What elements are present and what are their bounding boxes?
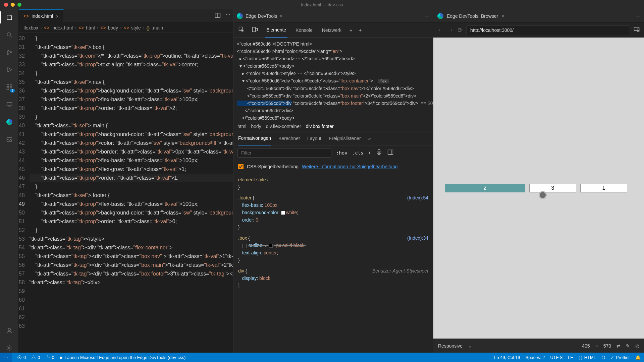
more-icon[interactable]: ⋯ (425, 13, 430, 19)
cursor-position[interactable]: Ln 49, Col 19 (494, 355, 520, 360)
breadcrumbs[interactable]: flexbox› <>index.html› <>html› <>body› <… (19, 23, 233, 33)
mirror-link[interactable]: Weitere Informationen zur Spiegelbearbei… (302, 164, 397, 170)
split-editor-icon[interactable] (214, 12, 221, 20)
emulation-cursor-icon (539, 191, 547, 199)
launch-task[interactable]: ▶ Launch Microsoft Edge and open the Edg… (60, 355, 186, 360)
tab-elements[interactable]: Elemente (265, 23, 287, 38)
svg-rect-17 (378, 150, 380, 151)
subtab-styles[interactable]: Formatvorlagen (238, 131, 271, 145)
crumb[interactable]: body (108, 25, 118, 31)
viewport-height[interactable]: 570 (603, 343, 611, 349)
screenshot-icon[interactable]: ◎ (635, 343, 639, 349)
traffic-lights[interactable] (4, 3, 21, 7)
viewport-width[interactable]: 405 (582, 343, 590, 349)
minimize-window-icon[interactable] (11, 3, 15, 7)
print-icon[interactable] (376, 149, 382, 157)
crumb[interactable]: index.html (51, 25, 73, 31)
close-icon[interactable]: × (56, 13, 59, 19)
search-icon[interactable] (5, 30, 14, 40)
inspect-icon[interactable] (238, 26, 245, 34)
more-icon[interactable]: ⋯ (635, 13, 640, 19)
code-editor[interactable]: 3031323334353637383940414243444546474849… (19, 33, 233, 353)
source-control-icon[interactable] (5, 48, 14, 57)
editor-tab-index-html[interactable]: <> index.html × (19, 9, 64, 23)
tab-console[interactable]: Konsole (294, 23, 314, 38)
language-mode[interactable]: { } HTML (578, 355, 596, 360)
svg-point-23 (47, 357, 49, 358)
line-gutter: 3031323334353637383940414243444546474849… (19, 33, 30, 353)
tab-network[interactable]: Netzwerk (321, 23, 343, 38)
remote-explorer-icon[interactable] (5, 100, 14, 109)
ports-count[interactable]: 0 (45, 355, 54, 360)
extensions-icon[interactable]: 1 (5, 82, 14, 92)
subtab-listeners[interactable]: Ereignislistener (329, 136, 361, 141)
chevron-right-icon[interactable]: » (368, 136, 371, 141)
svg-point-11 (8, 347, 10, 349)
bp-item[interactable]: div.box.footer (306, 124, 334, 129)
svg-point-0 (7, 33, 10, 36)
indent-setting[interactable]: Spaces: 2 (526, 355, 545, 360)
devtools-tab[interactable]: Edge DevTools × (237, 13, 282, 19)
open-devtools-icon[interactable] (633, 26, 640, 34)
code-content[interactable]: } "tk-attr">class="tk-sel">.box { "tk-at… (30, 33, 233, 353)
crumb[interactable]: html (86, 25, 95, 31)
html-file-icon: <> (23, 13, 29, 19)
flex-box-footer: 3 (529, 184, 576, 192)
warnings-count[interactable]: 0 (31, 355, 40, 360)
element-icon: <> (124, 25, 129, 31)
close-window-icon[interactable] (4, 3, 8, 7)
editor-group: <> index.html × ⋯ flexbox› <>index.html›… (19, 9, 233, 353)
bp-item[interactable]: div.flex-container (266, 124, 301, 129)
browser-viewport[interactable]: 2 3 1 (433, 38, 644, 339)
device-toggle-icon[interactable] (252, 26, 258, 34)
add-tab-icon[interactable]: + (359, 27, 362, 33)
close-icon[interactable]: × (280, 13, 282, 19)
bp-item[interactable]: body (251, 124, 261, 129)
zoom-window-icon[interactable] (17, 3, 21, 7)
mirror-checkbox[interactable] (238, 164, 244, 169)
explorer-icon[interactable] (5, 13, 14, 22)
encoding[interactable]: UTF-8 (550, 355, 562, 360)
cls-toggle[interactable]: .cls (352, 150, 364, 156)
more-icon[interactable]: ⋯ (226, 12, 230, 20)
forward-icon[interactable]: → (447, 26, 453, 34)
dom-breadcrumb[interactable]: html body div.flex-container div.box.foo… (233, 121, 433, 131)
prettier-status[interactable]: ✓ Prettier (610, 355, 630, 360)
eol[interactable]: LF (568, 355, 573, 360)
reload-icon[interactable]: ⟳ (458, 26, 463, 34)
dom-tree[interactable]: <"color:#569cd6">!DOCTYPE html><"color:#… (233, 38, 433, 121)
dimension-x: × (595, 343, 598, 349)
bp-item[interactable]: html (237, 124, 246, 129)
toggle-sidebar-icon[interactable] (387, 149, 394, 157)
crumb-selector-icon: {} (147, 25, 150, 31)
responsive-dropdown[interactable]: Responsive (438, 343, 463, 349)
new-style-icon[interactable]: + (368, 150, 371, 156)
styles-pane[interactable]: element.style {}(Index):54.footer { flex… (233, 173, 433, 353)
rotate-icon[interactable]: ⇄ (616, 343, 621, 349)
gallery-icon[interactable] (5, 135, 14, 144)
edge-tools-icon[interactable] (5, 117, 14, 127)
notifications-icon[interactable]: 🔔 (635, 355, 641, 360)
crumb[interactable]: .main (152, 25, 163, 31)
subtab-computed[interactable]: Berechnet (278, 136, 300, 141)
crumb[interactable]: flexbox (23, 25, 38, 31)
hov-toggle[interactable]: :hov (336, 150, 347, 156)
chevron-down-icon[interactable]: ⌄ (468, 343, 472, 349)
back-icon[interactable]: ← (437, 26, 443, 34)
remote-indicator[interactable] (0, 353, 12, 362)
close-icon[interactable]: × (501, 13, 504, 19)
settings-gear-icon[interactable] (5, 343, 14, 353)
crumb[interactable]: style (131, 25, 141, 31)
extensions-badge: 1 (10, 89, 15, 93)
eslint-icon[interactable]: ⬡ (601, 355, 605, 360)
emulate-touch-icon[interactable]: ✎ (626, 343, 630, 349)
status-bar: 0 0 0 ▶ Launch Microsoft Edge and open t… (0, 353, 644, 362)
accounts-icon[interactable] (5, 326, 14, 335)
errors-count[interactable]: 0 (17, 355, 26, 360)
styles-filter-input[interactable] (237, 148, 331, 158)
url-bar[interactable]: http://localhost:3000/ (467, 25, 629, 35)
devtools-tab-label: Edge DevTools (246, 13, 277, 19)
run-debug-icon[interactable] (5, 65, 14, 74)
chevron-right-icon[interactable]: » (350, 27, 352, 33)
subtab-layout[interactable]: Layout (307, 136, 321, 141)
